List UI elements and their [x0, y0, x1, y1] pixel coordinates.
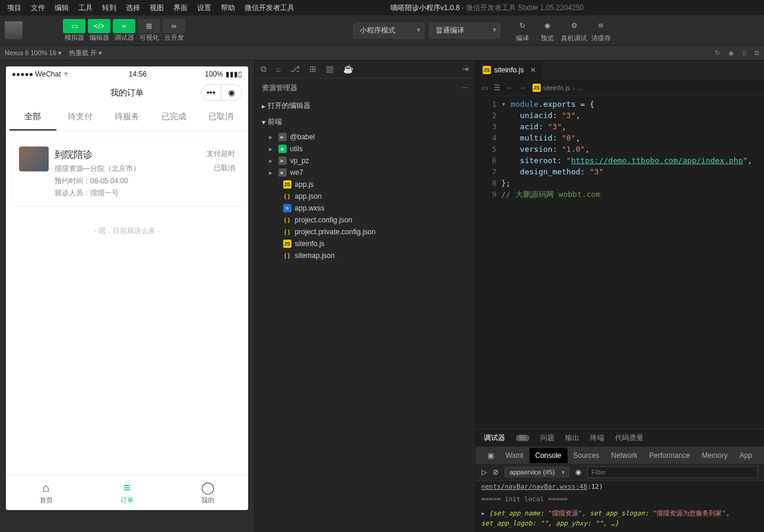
dt-tab-sources[interactable]: Sources — [568, 448, 606, 463]
simulator-toggle[interactable]: ▭ — [63, 19, 85, 33]
menu-tools[interactable]: 工具 — [74, 1, 97, 15]
menu-edit[interactable]: 编辑 — [50, 1, 74, 15]
capsule: ••• ◉ — [201, 84, 242, 101]
debugger-panel: 调试器 50 问题 输出 终端 代码质量 ▣ Wxml Console Sour… — [475, 429, 764, 532]
inspect-icon[interactable]: ▣ — [481, 448, 500, 463]
explorer-header: 资源管理器··· — [255, 78, 475, 98]
breadcrumb[interactable]: JS siteinfo.js › ... — [532, 84, 583, 92]
record-icon[interactable]: ◉ — [728, 49, 734, 57]
back-icon[interactable]: ← — [506, 84, 513, 92]
order-card[interactable]: 到院陪诊 擂擂资源—分院（北京市） 预约时间：06-05 04:00 就诊人员：… — [12, 139, 242, 206]
menu-goto[interactable]: 转到 — [97, 1, 121, 15]
context-dropdown[interactable]: appservice (#5) — [505, 467, 570, 477]
eye-icon[interactable]: ◉ — [575, 468, 581, 476]
filter-input[interactable] — [587, 466, 758, 478]
debugger-label: 调试器 — [113, 33, 135, 42]
file-siteinfo-js[interactable]: JSsiteinfo.js — [255, 238, 475, 250]
file-project-private-config[interactable]: { }project.private.config.json — [255, 226, 475, 238]
mode-dropdown[interactable]: 小程序模式 — [353, 23, 424, 39]
tab-cancelled[interactable]: 已取消 — [198, 104, 245, 130]
user-icon: ◯ — [201, 480, 214, 495]
bookmark-icon[interactable]: ☰ — [494, 84, 500, 92]
console-clear-icon[interactable]: ⊘ — [493, 468, 499, 476]
git-icon[interactable]: ⎇ — [290, 64, 300, 74]
menu-devtools[interactable]: 微信开发者工具 — [240, 1, 299, 15]
compile-button[interactable]: ↻ — [511, 18, 534, 33]
dbg-tab-problems[interactable]: 问题 — [540, 433, 554, 443]
dt-tab-console[interactable]: Console — [530, 448, 568, 463]
folder-babel[interactable]: ▸@babel — [255, 131, 475, 143]
menu-project[interactable]: 项目 — [2, 1, 26, 15]
editor-toolbar: ▭ ☰ ← → JS siteinfo.js › ... — [475, 79, 764, 96]
json-icon: { } — [283, 192, 291, 200]
open-editors-section[interactable]: ▸ 打开的编辑器 — [255, 98, 475, 114]
cloud-toggle[interactable]: ∞ — [163, 19, 185, 33]
file-tree: ▸@babel eutils ▸vp_pz ▸we7 JSapp.js { }a… — [255, 130, 475, 263]
menu-select[interactable]: 选择 — [121, 1, 145, 15]
explorer-top-icons: ⧉ ⌕ ⎇ ⊞ ▥ ☕ ⇥ — [255, 60, 475, 78]
menu-help[interactable]: 帮助 — [216, 1, 240, 15]
menu-view[interactable]: 视图 — [145, 1, 169, 15]
extensions-icon[interactable]: ▥ — [326, 64, 334, 74]
file-project-config[interactable]: { }project.config.json — [255, 214, 475, 226]
clear-cache-button[interactable]: ≋ — [589, 18, 612, 33]
toggle-panel-icon[interactable]: ▭ — [481, 84, 488, 92]
refresh-icon[interactable]: ↻ — [715, 49, 720, 57]
search-icon[interactable]: ⌕ — [276, 64, 281, 74]
capsule-close[interactable]: ◉ — [221, 85, 242, 100]
hot-reload-dropdown[interactable]: 热重载 开 ▾ — [69, 49, 102, 58]
tabbar-home[interactable]: ⌂首页 — [6, 475, 87, 510]
tab-pending-pay[interactable]: 待支付 — [56, 104, 103, 130]
dt-tab-app[interactable]: App — [734, 448, 758, 463]
tabbar-mine[interactable]: ◯我的 — [167, 475, 248, 510]
dbg-tab-debugger[interactable]: 调试器 — [484, 433, 505, 443]
dt-tab-wxml[interactable]: Wxml — [500, 448, 530, 463]
debugger-toggle[interactable]: ≈ — [113, 19, 135, 33]
user-avatar[interactable] — [5, 21, 23, 39]
dbg-tab-output[interactable]: 输出 — [565, 433, 579, 443]
menu-file[interactable]: 文件 — [26, 1, 50, 15]
menu-settings[interactable]: 设置 — [192, 1, 216, 15]
console-link[interactable]: nents/navBar/navBar.wxss:48 — [481, 483, 588, 490]
outline-icon[interactable]: ⊞ — [309, 64, 316, 74]
more-icon[interactable]: ··· — [462, 83, 468, 93]
tab-pending-service[interactable]: 待服务 — [103, 104, 150, 130]
files-icon[interactable]: ⧉ — [261, 64, 267, 74]
remote-debug-button[interactable]: ⚙ — [563, 18, 585, 33]
forward-icon[interactable]: → — [519, 84, 527, 92]
dt-tab-network[interactable]: Network — [606, 448, 643, 463]
status-bar: ●●●●● WeChatᯤ 14:56 100%▮▮▮▯ — [6, 66, 248, 82]
tabbar-orders[interactable]: ≡订单 — [87, 475, 167, 510]
folder-we7[interactable]: ▸we7 — [255, 167, 475, 179]
menu-interface[interactable]: 界面 — [169, 1, 192, 15]
code-editor[interactable]: 123456789 ▾ module.exports = { uniacid: … — [475, 96, 764, 200]
popout-icon[interactable]: ⧉ — [755, 49, 759, 57]
editor-toggle[interactable]: </> — [88, 19, 110, 33]
battery-icon: ▮▮▮▯ — [226, 70, 242, 78]
folder-vp-pz[interactable]: ▸vp_pz — [255, 155, 475, 167]
close-icon[interactable]: ✕ — [530, 66, 536, 74]
file-app-json[interactable]: { }app.json — [255, 190, 475, 202]
compile-dropdown[interactable]: 普通编译 — [429, 23, 500, 39]
folder-utils[interactable]: eutils — [255, 143, 475, 155]
dbg-tab-quality[interactable]: 代码质量 — [615, 433, 643, 443]
dt-tab-performance[interactable]: Performance — [643, 448, 696, 463]
root-section[interactable]: ▾ 前端 — [255, 114, 475, 130]
tab-all[interactable]: 全部 — [9, 104, 56, 130]
file-sitemap-json[interactable]: { }sitemap.json — [255, 250, 475, 262]
editor-tabs: JS siteinfo.js ✕ — [475, 60, 764, 79]
dbg-tab-terminal[interactable]: 终端 — [590, 433, 604, 443]
device-dropdown[interactable]: Nexus 6 100% 16 ▾ — [5, 49, 62, 57]
file-app-js[interactable]: JSapp.js — [255, 179, 475, 190]
editor-tab-siteinfo[interactable]: JS siteinfo.js ✕ — [475, 60, 543, 79]
visual-toggle[interactable]: ⊞ — [138, 19, 160, 33]
console-play-icon[interactable]: ▷ — [481, 468, 487, 476]
tab-completed[interactable]: 已完成 — [150, 104, 197, 130]
collapse-icon[interactable]: ⇥ — [462, 64, 469, 74]
preview-button[interactable]: ◉ — [536, 18, 559, 33]
capsule-more[interactable]: ••• — [201, 85, 221, 100]
dt-tab-memory[interactable]: Memory — [696, 448, 733, 463]
beaker-icon[interactable]: ☕ — [343, 64, 353, 74]
rotate-icon[interactable]: ▯ — [743, 49, 746, 57]
file-app-wxss[interactable]: ≡app.wxss — [255, 202, 475, 214]
